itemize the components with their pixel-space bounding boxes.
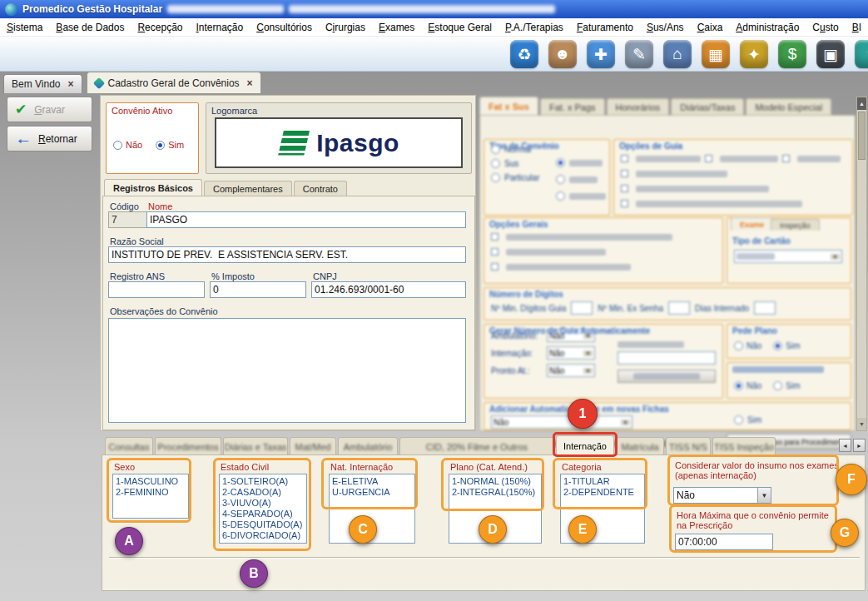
detail-tab[interactable]: Ambulatório bbox=[338, 437, 398, 455]
registros-basicos-panel: Código Nome Razão Social Registro ANS % … bbox=[102, 196, 475, 430]
list-option[interactable]: 1-MASCULINO bbox=[116, 476, 186, 487]
stock-icon[interactable]: ▦ bbox=[702, 40, 730, 68]
imposto-input[interactable] bbox=[210, 281, 306, 298]
radio-circle bbox=[113, 141, 122, 150]
list-option[interactable]: 5-DESQUITADO(A) bbox=[222, 519, 304, 530]
faturamento-tab[interactable]: Fat. x Pags bbox=[540, 98, 605, 115]
list-option[interactable]: 3-VIUVO(A) bbox=[222, 498, 304, 509]
registro-ans-label: Registro ANS bbox=[110, 271, 165, 281]
list-option[interactable]: 1-TITULAR bbox=[563, 476, 642, 487]
categoria-label: Categoria bbox=[562, 462, 602, 472]
registro-ans-input[interactable] bbox=[108, 281, 205, 298]
menu-item[interactable]: BI bbox=[846, 19, 868, 36]
list-option[interactable]: 2-DEPENDENTE bbox=[563, 487, 642, 498]
menu-item[interactable]: Exames bbox=[372, 19, 421, 36]
list-option[interactable]: 6-DIVORCIADO(A) bbox=[222, 530, 304, 541]
doctor-icon[interactable]: ✚ bbox=[587, 40, 615, 68]
detail-tab[interactable]: Internação bbox=[556, 435, 614, 455]
tab-scroll-right-icon[interactable]: ► bbox=[853, 439, 866, 452]
billing-icon[interactable]: ✦ bbox=[740, 40, 768, 68]
menu-item[interactable]: Internação bbox=[189, 19, 250, 36]
document-tab[interactable]: Cadastro Geral de Convênios × bbox=[87, 72, 261, 93]
list-option[interactable]: 2-INTEGRAL(150%) bbox=[452, 487, 538, 498]
nome-input[interactable] bbox=[146, 211, 466, 228]
detail-tab[interactable]: Diárias e Taxas bbox=[223, 437, 288, 455]
scroll-thumb[interactable] bbox=[858, 112, 866, 160]
convenio-form: Convênio Ativo Não Sim Logomarca Ipasgo bbox=[100, 95, 476, 431]
menu-item[interactable]: Sus/Ans bbox=[640, 19, 691, 36]
record-tab[interactable]: Contrato bbox=[294, 181, 347, 196]
safe-icon[interactable]: ▣ bbox=[816, 40, 845, 68]
detail-tab[interactable]: Procedimentos bbox=[155, 437, 221, 455]
estado-civil-label: Estado Civil bbox=[221, 462, 269, 472]
list-option[interactable]: 1-SOLTEIRO(A) bbox=[222, 476, 304, 487]
bed-icon[interactable]: ⌂ bbox=[663, 40, 692, 68]
faturamento-tab[interactable]: Fat x Sus bbox=[479, 97, 538, 115]
patients-icon[interactable]: ☻ bbox=[548, 40, 577, 68]
close-icon[interactable]: × bbox=[247, 77, 253, 89]
document-tab[interactable]: Bem Vindo × bbox=[3, 74, 82, 93]
menu-item[interactable]: Custo bbox=[806, 19, 845, 36]
money-icon[interactable]: $ bbox=[778, 40, 806, 68]
detail-tab[interactable]: Consultas bbox=[105, 437, 153, 455]
considerar-insumo-select[interactable]: Não ▼ bbox=[673, 487, 771, 504]
dropdown-arrow-icon[interactable]: ▼ bbox=[757, 488, 771, 503]
return-label: Retornar bbox=[38, 133, 77, 145]
logo-frame: Ipasgo bbox=[215, 117, 463, 168]
menu-item[interactable]: Faturamento bbox=[570, 19, 640, 36]
detail-tab[interactable]: TISS N/S bbox=[666, 437, 711, 455]
observacoes-textarea[interactable] bbox=[108, 318, 466, 423]
record-tab[interactable]: Complementares bbox=[204, 181, 292, 196]
close-icon[interactable]: × bbox=[67, 78, 73, 90]
radio-sim[interactable]: Sim bbox=[156, 140, 184, 150]
detail-tab[interactable]: Matrícula bbox=[616, 437, 664, 455]
tipo-cartao-select[interactable]: ▼ bbox=[734, 250, 842, 263]
hora-maxima-input[interactable] bbox=[675, 534, 773, 550]
menu-item[interactable]: Administração bbox=[729, 19, 806, 36]
list-option[interactable]: 2-CASADO(A) bbox=[222, 487, 304, 498]
return-button[interactable]: ← Retornar bbox=[7, 126, 92, 151]
save-button[interactable]: ✔ Gravar bbox=[7, 97, 92, 122]
scroll-down-icon[interactable]: ▼ bbox=[857, 418, 866, 430]
menu-item[interactable]: Recepção bbox=[131, 19, 189, 36]
list-option[interactable]: 2-FEMININO bbox=[116, 487, 186, 498]
plano-listbox[interactable]: 1-NORMAL (150%)2-INTEGRAL(150%) bbox=[449, 474, 542, 544]
tab-scroll-left-icon[interactable]: ◄ bbox=[839, 439, 851, 452]
menu-item[interactable]: Caixa bbox=[691, 19, 730, 36]
menu-item[interactable]: Sistema bbox=[0, 19, 49, 36]
gerar-numero-select[interactable]: Não▼ bbox=[547, 364, 595, 377]
adicionar-select[interactable]: Não▼ bbox=[491, 415, 632, 429]
faturamento-tab[interactable]: Honorários bbox=[607, 98, 670, 115]
exame-tab[interactable]: Exame bbox=[731, 217, 773, 231]
scroll-up-icon[interactable]: ▲ bbox=[857, 97, 866, 110]
nat-internacao-listbox[interactable]: E-ELETIVAU-URGENCIA bbox=[329, 474, 415, 544]
menu-item[interactable]: Base de Dados bbox=[49, 19, 131, 36]
list-option[interactable]: U-URGENCIA bbox=[332, 487, 412, 498]
menu-item[interactable]: P.A./Terapias bbox=[498, 19, 570, 36]
extra-icon[interactable]: ◔ bbox=[855, 40, 868, 68]
radio-nao[interactable]: Não bbox=[113, 140, 142, 150]
menu-item[interactable]: Cirurgias bbox=[319, 19, 372, 36]
record-tab[interactable]: Registros Básicos bbox=[104, 179, 202, 196]
cnpj-input[interactable] bbox=[311, 281, 466, 298]
codigo-label: Código bbox=[110, 201, 139, 211]
detail-tab[interactable]: TISS Inspeção bbox=[712, 437, 776, 455]
faturamento-tab[interactable]: Diárias/Taxas bbox=[671, 98, 744, 115]
list-option[interactable]: E-ELETIVA bbox=[332, 476, 412, 487]
estado-civil-listbox[interactable]: 1-SOLTEIRO(A)2-CASADO(A)3-VIUVO(A)4-SEPA… bbox=[219, 474, 307, 544]
list-option[interactable]: 1-NORMAL (150%) bbox=[452, 476, 538, 487]
detail-tab[interactable]: CID, 20% Filme e Outros bbox=[399, 437, 554, 455]
menu-item[interactable]: Estoque Geral bbox=[421, 19, 498, 36]
categoria-listbox[interactable]: 1-TITULAR2-DEPENDENTE bbox=[560, 474, 645, 544]
right-panel-scrollbar[interactable]: ▲ ▼ bbox=[856, 97, 867, 431]
exams-icon[interactable]: ✎ bbox=[625, 40, 653, 68]
sync-icon[interactable]: ♻ bbox=[510, 40, 538, 68]
gerar-numero-select[interactable]: Não▼ bbox=[547, 346, 595, 360]
list-option[interactable]: 4-SEPARADO(A) bbox=[222, 509, 304, 519]
detail-tab[interactable]: Mat/Med bbox=[290, 437, 336, 455]
menu-item[interactable]: Consultórios bbox=[250, 19, 319, 36]
sexo-listbox[interactable]: 1-MASCULINO2-FEMININO bbox=[112, 474, 189, 519]
faturamento-tab[interactable]: Modelo Especial bbox=[746, 98, 831, 115]
razao-social-input[interactable] bbox=[108, 246, 466, 263]
inspecao-tab[interactable]: Inspeção bbox=[771, 219, 820, 231]
